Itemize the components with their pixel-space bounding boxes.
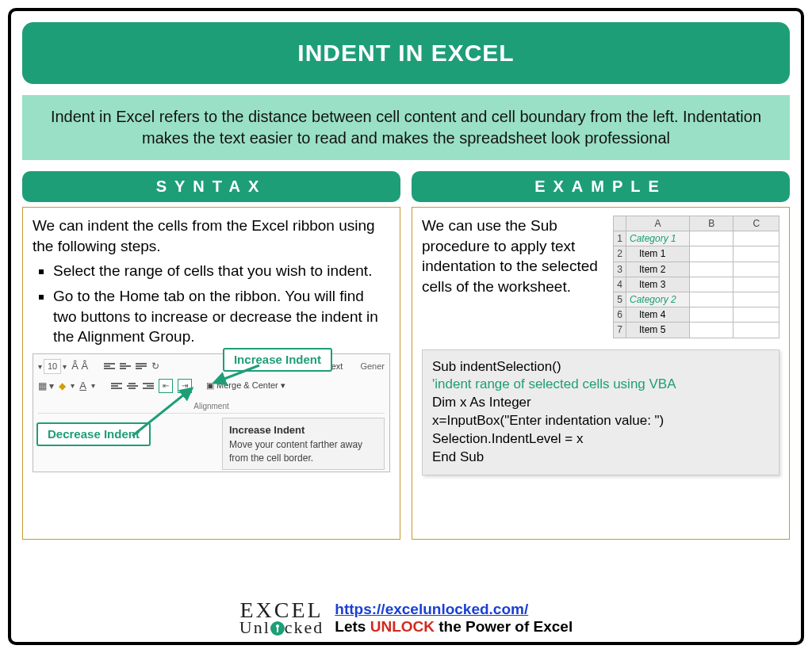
- arrow-to-increase-icon: [208, 364, 263, 388]
- description: Indent in Excel refers to the distance b…: [22, 95, 790, 160]
- row-header: 5: [614, 292, 626, 307]
- cell: Item 4: [626, 307, 690, 323]
- row-header: 1: [614, 231, 626, 246]
- code-line: End Sub: [432, 449, 769, 467]
- tooltip-body: Move your content farther away from the …: [229, 438, 377, 464]
- syntax-step: Go to the Home tab on the ribbon. You wi…: [53, 286, 390, 347]
- infographic-card: INDENT IN EXCEL Indent in Excel refers t…: [8, 8, 804, 645]
- increase-indent-tooltip: Increase Indent Move your content farthe…: [222, 418, 385, 470]
- footer: EXCEL Unlcked https://excelunlocked.com/…: [11, 601, 801, 636]
- align-top-icon: [104, 362, 115, 370]
- cell: Category 1: [626, 231, 690, 246]
- svg-line-0: [214, 365, 259, 383]
- vba-code-block: Sub indentSelection() 'indent range of s…: [422, 349, 779, 476]
- align-left-icon: [111, 382, 122, 390]
- example-spreadsheet: A B C 1Category 1 2Item 1 3Item 2 4Item …: [613, 216, 779, 338]
- row-header: 6: [614, 307, 626, 323]
- tooltip-title: Increase Indent: [229, 423, 377, 437]
- syntax-column: SYNTAX We can indent the cells from the …: [22, 171, 400, 540]
- cell: Item 1: [626, 246, 690, 262]
- svg-line-1: [132, 388, 192, 436]
- col-header: B: [690, 216, 733, 231]
- syntax-step: Select the range of cells that you wish …: [53, 261, 390, 281]
- corner-cell: [614, 216, 626, 231]
- row-header: 2: [614, 246, 626, 262]
- row-header: 3: [614, 262, 626, 277]
- align-middle-icon: [120, 362, 131, 370]
- keyhole-icon: [270, 621, 285, 636]
- cell: Category 2: [626, 292, 690, 307]
- syntax-steps-list: Select the range of cells that you wish …: [53, 261, 390, 347]
- cell: Item 5: [626, 323, 690, 338]
- syntax-body: We can indent the cells from the Excel r…: [22, 207, 400, 540]
- code-line: x=InputBox("Enter indentation value: "): [432, 412, 769, 430]
- alignment-group-label: Alignment: [38, 401, 385, 414]
- code-line: Sub indentSelection(): [432, 358, 769, 376]
- col-header: C: [733, 216, 779, 231]
- excel-unlocked-logo: EXCEL Unlcked: [239, 601, 324, 636]
- code-line: Selection.IndentLevel = x: [432, 430, 769, 449]
- tagline: Lets UNLOCK the Power of Excel: [335, 618, 573, 635]
- code-comment: 'indent range of selected cells using VB…: [432, 376, 769, 394]
- cell: Item 3: [626, 277, 690, 292]
- footer-text: https://excelunlocked.com/ Lets UNLOCK t…: [335, 601, 573, 636]
- page-title: INDENT IN EXCEL: [22, 22, 790, 84]
- example-column: EXAMPLE We can use the Sub procedure to …: [412, 171, 790, 540]
- excel-ribbon-screenshot: ▾ 10 ▾ Â Â ↻ ☰ Wrap Text Gener: [33, 353, 390, 472]
- site-link[interactable]: https://excelunlocked.com/: [335, 601, 528, 617]
- row-header: 4: [614, 277, 626, 292]
- example-body: We can use the Sub procedure to apply te…: [412, 207, 790, 540]
- arrow-to-decrease-icon: [128, 384, 200, 440]
- syntax-intro: We can indent the cells from the Excel r…: [33, 216, 390, 256]
- example-intro: We can use the Sub procedure to apply te…: [422, 216, 607, 338]
- row-header: 7: [614, 323, 626, 338]
- columns: SYNTAX We can indent the cells from the …: [22, 171, 790, 540]
- number-format-general: Gener: [360, 361, 385, 372]
- syntax-heading: SYNTAX: [22, 171, 400, 202]
- code-line: Dim x As Integer: [432, 394, 769, 412]
- col-header: A: [626, 216, 690, 231]
- cell: Item 2: [626, 262, 690, 277]
- align-bottom-icon: [136, 362, 147, 370]
- font-size-dropdown: ▾ 10 ▾: [38, 359, 67, 374]
- example-heading: EXAMPLE: [412, 171, 790, 202]
